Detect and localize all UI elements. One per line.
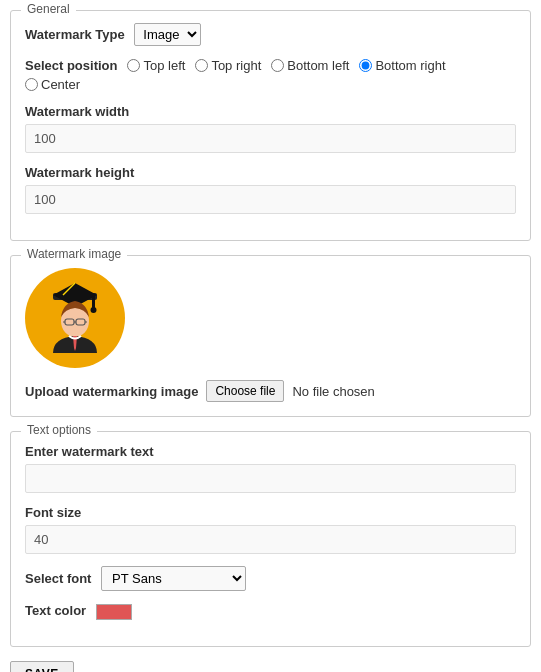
label-top-left: Top left [143,58,185,73]
height-input[interactable] [25,185,516,214]
watermark-image-section: Watermark image [10,255,531,417]
watermark-type-label: Watermark Type [25,27,125,42]
font-size-input[interactable] [25,525,516,554]
watermark-text-row: Enter watermark text [25,444,516,493]
position-top-right[interactable]: Top right [195,58,261,73]
font-size-row: Font size [25,505,516,554]
position-row: Select position Top left Top right Botto… [25,58,516,92]
graduate-icon [35,273,115,363]
general-section: General Watermark Type Image Text Select… [10,10,531,241]
select-font-row: Select font PT Sans Arial Times New Roma… [25,566,516,591]
radio-top-left[interactable] [127,59,140,72]
height-row: Watermark height [25,165,516,214]
svg-rect-2 [92,295,95,309]
choose-file-button[interactable]: Choose file [206,380,284,402]
text-options-legend: Text options [21,423,97,437]
general-legend: General [21,2,76,16]
watermark-type-row: Watermark Type Image Text [25,23,516,46]
color-swatch[interactable] [96,604,132,620]
avatar-preview [25,268,125,368]
watermark-image-container: Upload watermarking image Choose file No… [25,268,516,402]
no-file-text: No file chosen [292,384,374,399]
position-center[interactable]: Center [25,77,80,92]
radio-top-right[interactable] [195,59,208,72]
upload-label: Upload watermarking image [25,384,198,399]
position-bottom-right[interactable]: Bottom right [359,58,445,73]
height-label: Watermark height [25,165,516,180]
watermark-text-input[interactable] [25,464,516,493]
text-color-label: Text color [25,603,86,618]
font-select[interactable]: PT Sans Arial Times New Roman Verdana Ge… [101,566,246,591]
radio-center[interactable] [25,78,38,91]
watermark-type-select[interactable]: Image Text [134,23,201,46]
save-button[interactable]: SAVE [10,661,74,672]
svg-point-3 [91,307,97,313]
footer: SAVE [10,661,531,672]
radio-bottom-right[interactable] [359,59,372,72]
select-font-label: Select font [25,571,91,586]
width-row: Watermark width [25,104,516,153]
font-size-label: Font size [25,505,516,520]
width-input[interactable] [25,124,516,153]
label-bottom-right: Bottom right [375,58,445,73]
radio-bottom-left[interactable] [271,59,284,72]
position-label: Select position [25,58,117,73]
upload-row: Upload watermarking image Choose file No… [25,380,375,402]
watermark-image-legend: Watermark image [21,247,127,261]
text-options-section: Text options Enter watermark text Font s… [10,431,531,647]
label-center: Center [41,77,80,92]
label-top-right: Top right [211,58,261,73]
label-bottom-left: Bottom left [287,58,349,73]
watermark-text-label: Enter watermark text [25,444,516,459]
position-top-left[interactable]: Top left [127,58,185,73]
position-bottom-left[interactable]: Bottom left [271,58,349,73]
text-color-row: Text color [25,603,516,620]
width-label: Watermark width [25,104,516,119]
